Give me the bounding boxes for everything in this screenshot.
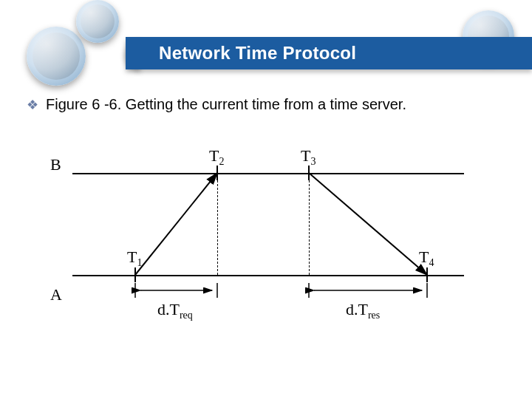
diagram: B A T2 T3 T1 T4 <box>50 133 482 327</box>
arrow-T1-T2 <box>135 173 217 275</box>
slide: Network Time Protocol ❖ Figure 6 -6. Get… <box>0 0 532 399</box>
bullet-line: ❖ Figure 6 -6. Getting the current time … <box>27 96 406 113</box>
decorative-photo-circle-2 <box>76 0 119 43</box>
diamond-bullet-icon: ❖ <box>27 97 38 113</box>
slide-title: Network Time Protocol <box>159 37 356 69</box>
diagram-arrows-svg <box>50 133 482 327</box>
label-dTreq: d.Treq <box>157 300 193 321</box>
arrow-T3-T4 <box>309 173 427 275</box>
label-dTres: d.Tres <box>346 300 380 321</box>
decorative-photo-circle-1 <box>27 27 86 86</box>
bullet-text: Figure 6 -6. Getting the current time fr… <box>46 96 406 113</box>
